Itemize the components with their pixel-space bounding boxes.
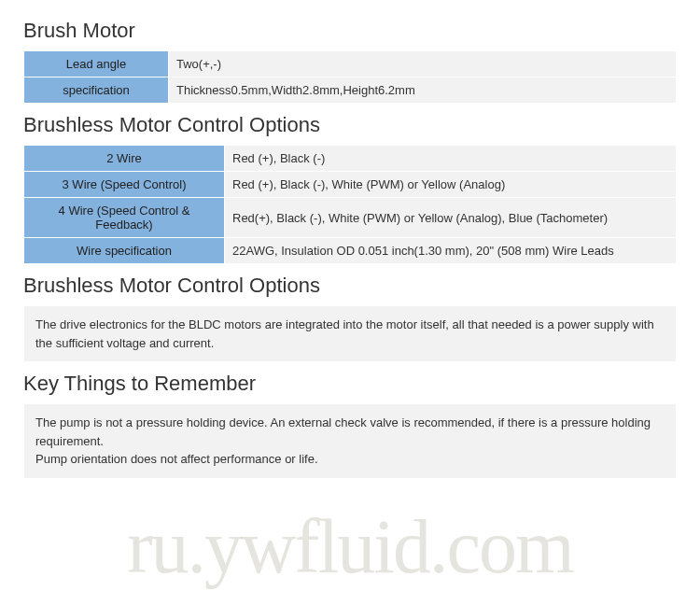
watermark-text: ru.ywfluid.com bbox=[127, 503, 573, 591]
key-things-box: The pump is not a pressure holding devic… bbox=[23, 403, 677, 479]
brushless-options-note-title: Brushless Motor Control Options bbox=[23, 274, 677, 298]
value-cell: Red (+), Black (-), White (PWM) or Yello… bbox=[225, 172, 677, 198]
value-cell: Red (+), Black (-) bbox=[225, 146, 677, 172]
page-content: Brush Motor Lead angle Two(+,-) specific… bbox=[0, 0, 700, 479]
table-row: 3 Wire (Speed Control) Red (+), Black (-… bbox=[24, 172, 677, 198]
label-cell: specification bbox=[24, 77, 169, 104]
brushless-note-box: The drive electronics for the BLDC motor… bbox=[23, 305, 677, 362]
key-things-title: Key Things to Remember bbox=[23, 372, 677, 396]
brushless-options-table-title: Brushless Motor Control Options bbox=[23, 113, 677, 137]
note-text: The drive electronics for the BLDC motor… bbox=[35, 317, 654, 350]
value-cell: Red(+), Black (-), White (PWM) or Yellow… bbox=[225, 198, 677, 238]
brush-motor-table: Lead angle Two(+,-) specification Thickn… bbox=[23, 50, 677, 104]
value-cell: Thickness0.5mm,Width2.8mm,Height6.2mm bbox=[169, 77, 677, 104]
label-cell: 4 Wire (Speed Control & Feedback) bbox=[24, 198, 225, 238]
table-row: 4 Wire (Speed Control & Feedback) Red(+)… bbox=[24, 198, 677, 238]
table-row: Lead angle Two(+,-) bbox=[24, 51, 677, 77]
value-cell: Two(+,-) bbox=[169, 51, 677, 77]
key-things-line2: Pump orientation does not affect perform… bbox=[35, 450, 665, 469]
label-cell: 2 Wire bbox=[24, 146, 225, 172]
key-things-line1: The pump is not a pressure holding devic… bbox=[35, 414, 665, 450]
brush-motor-title: Brush Motor bbox=[23, 19, 677, 43]
table-row: 2 Wire Red (+), Black (-) bbox=[24, 146, 677, 172]
table-row: Wire specification 22AWG, Insulation OD … bbox=[24, 238, 677, 264]
label-cell: 3 Wire (Speed Control) bbox=[24, 172, 225, 198]
label-cell: Lead angle bbox=[24, 51, 169, 77]
value-cell: 22AWG, Insulation OD 0.051 inch(1.30 mm)… bbox=[225, 238, 677, 264]
table-row: specification Thickness0.5mm,Width2.8mm,… bbox=[24, 77, 677, 104]
label-cell: Wire specification bbox=[24, 238, 225, 264]
brushless-options-table: 2 Wire Red (+), Black (-) 3 Wire (Speed … bbox=[23, 145, 677, 264]
